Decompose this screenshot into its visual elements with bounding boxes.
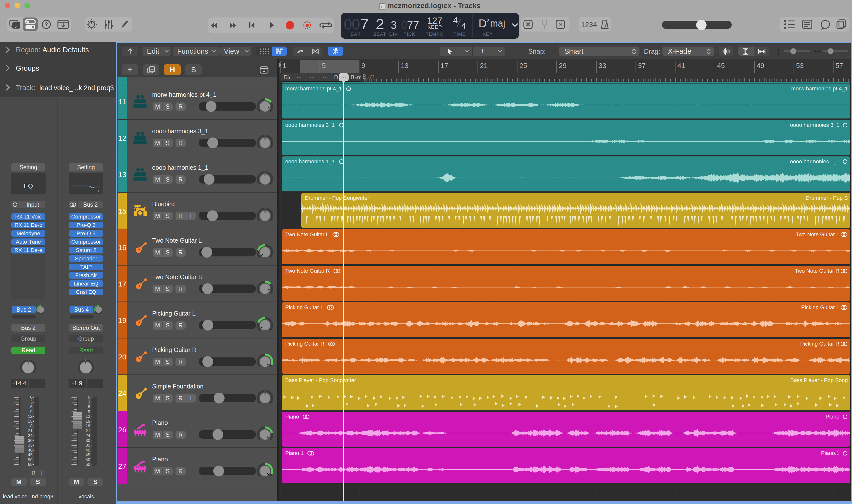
svg-text:?: ?: [45, 21, 48, 28]
svg-text:S: S: [559, 21, 562, 28]
svg-text:♪: ♪: [843, 24, 846, 30]
svg-text:♪: ♪: [15, 24, 17, 29]
